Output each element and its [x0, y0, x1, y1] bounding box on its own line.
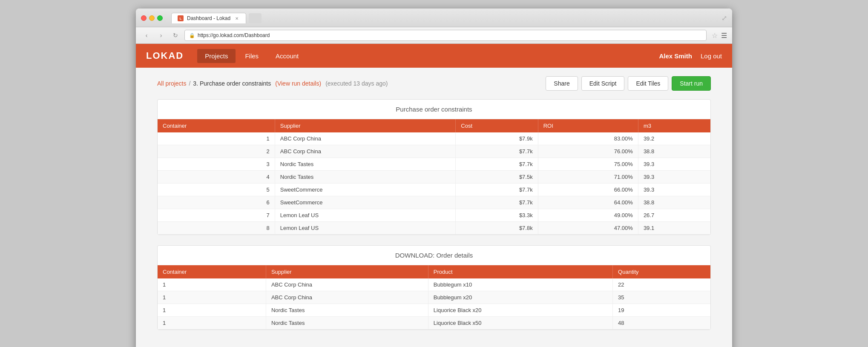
cell-container: 4 [158, 171, 275, 184]
start-run-button[interactable]: Start run [672, 76, 711, 91]
cell-roi: 83.00% [538, 132, 638, 145]
tile2-col-product: Product [428, 265, 612, 278]
tile1-col-m3: m3 [638, 119, 710, 132]
tab-close-icon[interactable]: ✕ [234, 15, 240, 21]
table-row: 4 Nordic Tastes $7.5k 71.00% 39.3 [158, 171, 710, 184]
cell-supplier: Nordic Tastes [266, 304, 428, 317]
forward-button[interactable]: › [155, 30, 167, 41]
cell-supplier: Nordic Tastes [275, 158, 456, 171]
tile1-col-roi: ROI [538, 119, 638, 132]
cell-m3: 38.8 [638, 145, 710, 158]
tile-order-details: DOWNLOAD: Order details Container Suppli… [157, 245, 711, 330]
reload-button[interactable]: ↻ [170, 30, 181, 41]
cell-container: 3 [158, 158, 275, 171]
cell-supplier: ABC Corp China [275, 145, 456, 158]
cell-cost: $7.7k [456, 158, 538, 171]
window-controls [141, 15, 163, 21]
tile2-col-quantity: Quantity [613, 265, 710, 278]
tile1-table: Container Supplier Cost ROI m3 1 ABC Cor… [158, 119, 710, 235]
back-button[interactable]: ‹ [141, 30, 152, 41]
cell-container: 1 [158, 132, 275, 145]
tile2-col-supplier: Supplier [266, 265, 428, 278]
share-button[interactable]: Share [546, 76, 578, 91]
nav-account[interactable]: Account [268, 49, 306, 63]
cell-cost: $7.8k [456, 222, 538, 235]
nav-user: Alex Smith Log out [659, 52, 722, 60]
new-tab[interactable] [249, 13, 262, 23]
menu-icon[interactable]: ☰ [721, 32, 727, 40]
cell-supplier: ABC Corp China [266, 278, 428, 291]
cell-container: 6 [158, 196, 275, 209]
all-projects-link[interactable]: All projects [157, 80, 186, 87]
maximize-button[interactable] [157, 15, 163, 21]
cell-container: 1 [158, 291, 266, 304]
breadcrumb-sep: / [189, 80, 190, 87]
table-row: 1 ABC Corp China Bubblegum x20 35 [158, 291, 710, 304]
table-row: 3 Nordic Tastes $7.7k 75.00% 39.3 [158, 158, 710, 171]
bookmark-icon[interactable]: ☆ [712, 32, 718, 40]
cell-m3: 39.3 [638, 158, 710, 171]
table-row: 1 ABC Corp China Bubblegum x10 22 [158, 278, 710, 291]
table-row: 7 Lemon Leaf US $3.3k 49.00% 26.7 [158, 209, 710, 222]
cell-product: Liquorice Black x50 [428, 317, 612, 330]
cell-m3: 39.3 [638, 184, 710, 196]
tab-bar: L Dashboard - Lokad ✕ [171, 13, 715, 23]
browser-nav: ‹ › ↻ 🔒 https://go.lokad.com/Dashboard ☆… [136, 27, 732, 44]
cell-product: Liquorice Black x20 [428, 304, 612, 317]
cell-container: 1 [158, 278, 266, 291]
url-bar[interactable]: 🔒 https://go.lokad.com/Dashboard [184, 30, 707, 41]
cell-cost: $7.7k [456, 184, 538, 196]
tab-favicon: L [178, 15, 184, 21]
edit-script-button[interactable]: Edit Script [581, 76, 625, 91]
cell-m3: 39.1 [638, 222, 710, 235]
tile-purchase-order: Purchase order constraints Container Sup… [157, 99, 711, 235]
tile2-body: 1 ABC Corp China Bubblegum x10 22 1 ABC … [158, 278, 710, 330]
tile1-title: Purchase order constraints [158, 100, 710, 119]
tile1-header: Container Supplier Cost ROI m3 [158, 119, 710, 132]
cell-cost: $7.5k [456, 171, 538, 184]
cell-roi: 49.00% [538, 209, 638, 222]
cell-roi: 64.00% [538, 196, 638, 209]
nav-files[interactable]: Files [237, 49, 266, 63]
tab-label: Dashboard - Lokad [187, 15, 230, 21]
active-tab[interactable]: L Dashboard - Lokad ✕ [171, 13, 246, 23]
cell-container: 8 [158, 222, 275, 235]
tile1-body: 1 ABC Corp China $7.9k 83.00% 39.2 2 ABC… [158, 132, 710, 235]
cell-quantity: 35 [613, 291, 710, 304]
tile2-title: DOWNLOAD: Order details [158, 246, 710, 265]
cell-supplier: Lemon Leaf US [275, 209, 456, 222]
url-text: https://go.lokad.com/Dashboard [198, 32, 270, 38]
minimize-button[interactable] [149, 15, 155, 21]
nav-projects[interactable]: Projects [197, 49, 236, 63]
browser-titlebar: L Dashboard - Lokad ✕ ⤢ [136, 9, 732, 27]
view-run-link[interactable]: (View run details) [275, 80, 321, 87]
cell-supplier: ABC Corp China [266, 291, 428, 304]
tile1-col-container: Container [158, 119, 275, 132]
table-row: 5 SweetCommerce $7.7k 66.00% 39.3 [158, 184, 710, 196]
secure-icon: 🔒 [189, 33, 195, 38]
cell-cost: $3.3k [456, 209, 538, 222]
cell-m3: 38.8 [638, 196, 710, 209]
close-button[interactable] [141, 15, 147, 21]
tile2-table: Container Supplier Product Quantity 1 AB… [158, 265, 710, 330]
page-header: All projects / 3. Purchase order constra… [157, 76, 711, 91]
table-row: 1 Nordic Tastes Liquorice Black x50 48 [158, 317, 710, 330]
cell-supplier: Nordic Tastes [266, 317, 428, 330]
tile1-header-row: Container Supplier Cost ROI m3 [158, 119, 710, 132]
main-content: All projects / 3. Purchase order constra… [136, 68, 732, 347]
cell-supplier: Lemon Leaf US [275, 222, 456, 235]
cell-cost: $7.7k [456, 145, 538, 158]
tile1-col-supplier: Supplier [275, 119, 456, 132]
username: Alex Smith [659, 52, 692, 60]
tile2-col-container: Container [158, 265, 266, 278]
table-row: 2 ABC Corp China $7.7k 76.00% 38.8 [158, 145, 710, 158]
cell-cost: $7.9k [456, 132, 538, 145]
cell-product: Bubblegum x20 [428, 291, 612, 304]
edit-tiles-button[interactable]: Edit Tiles [628, 76, 668, 91]
expand-icon[interactable]: ⤢ [721, 14, 727, 22]
cell-roi: 66.00% [538, 184, 638, 196]
cell-quantity: 48 [613, 317, 710, 330]
logout-button[interactable]: Log out [701, 52, 722, 60]
cell-m3: 26.7 [638, 209, 710, 222]
tile1-col-cost: Cost [456, 119, 538, 132]
